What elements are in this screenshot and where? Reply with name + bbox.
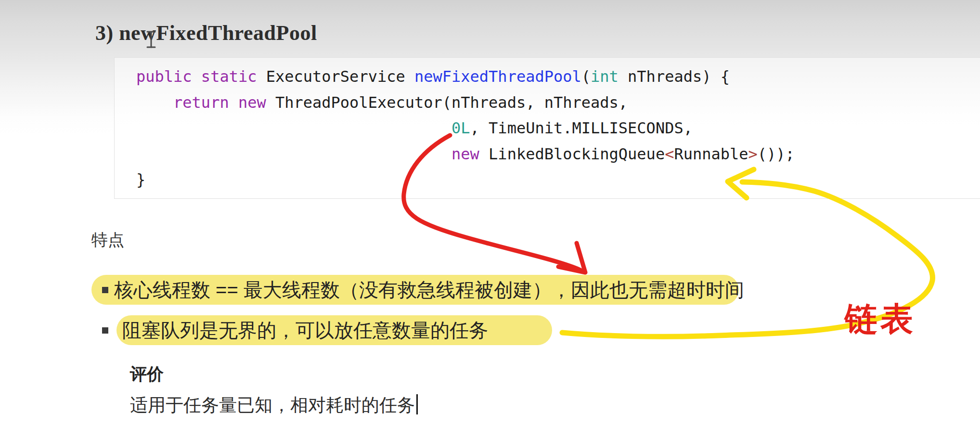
java-code: public static ExecutorService newFixedTh…	[115, 58, 980, 193]
code-segment-plain	[192, 67, 201, 86]
code-segment-number: 0L	[451, 119, 470, 137]
evaluation-title: 评价	[130, 363, 418, 386]
code-line: return new ThreadPoolExecutor(nThreads, …	[136, 90, 980, 116]
evaluation-body: 适用于任务量已知，相对耗时的任务	[130, 393, 418, 417]
bullet-marker	[102, 327, 108, 334]
code-segment-type: int	[591, 67, 619, 86]
code-segment-plain: , TimeUnit.MILLISECONDS,	[470, 119, 693, 137]
code-segment-keyword: public	[136, 67, 192, 86]
code-line: }	[136, 167, 980, 193]
bullet-text: 阻塞队列是无界的，可以放任意数量的任务	[122, 317, 488, 344]
code-segment-plain: Runnable	[674, 145, 748, 163]
code-segment-function: newFixedThreadPool	[414, 67, 581, 86]
bullet-marker	[102, 287, 108, 293]
code-segment-plain: ThreadPoolExecutor(nThreads, nThreads,	[266, 93, 628, 112]
bullet-text: 核心线程数 == 最大线程数（没有救急线程被创建），因此也无需超时时间	[114, 277, 744, 303]
code-segment-plain	[136, 145, 451, 163]
linked-list-annotation: 链表	[845, 297, 916, 341]
code-segment-plain: ExecutorService	[257, 67, 414, 86]
document-page: 3) newFixedThreadPool public static Exec…	[0, 0, 980, 439]
code-segment-bracket: <	[665, 145, 674, 163]
code-segment-plain: ());	[758, 145, 795, 163]
red-arrowhead-icon	[558, 243, 585, 272]
code-segment-plain: }	[136, 170, 145, 189]
code-segment-plain: LinkedBlockingQueue	[479, 145, 665, 163]
page-title[interactable]: 3) newFixedThreadPool	[95, 21, 317, 45]
highlighted-bullet-1[interactable]: 核心线程数 == 最大线程数（没有救急线程被创建），因此也无需超时时间	[91, 275, 739, 305]
code-segment-plain	[136, 93, 173, 112]
features-label[interactable]: 特点	[91, 229, 124, 251]
evaluation-text: 适用于任务量已知，相对耗时的任务	[130, 395, 415, 415]
code-segment-bracket: >	[748, 145, 758, 163]
highlighted-bullet-2[interactable]: 阻塞队列是无界的，可以放任意数量的任务	[116, 315, 552, 345]
code-segment-keyword: new	[238, 93, 266, 112]
code-line: new LinkedBlockingQueue<Runnable>());	[136, 142, 980, 168]
text-caret	[416, 394, 418, 414]
code-segment-plain	[229, 93, 238, 112]
code-segment-plain	[136, 119, 451, 137]
code-segment-keyword: new	[451, 145, 479, 163]
code-segment-keyword: return	[173, 93, 229, 112]
evaluation-block[interactable]: 评价 适用于任务量已知，相对耗时的任务	[130, 363, 418, 417]
code-segment-plain: nThreads) {	[619, 67, 730, 86]
code-line: 0L, TimeUnit.MILLISECONDS,	[136, 116, 980, 142]
code-line: public static ExecutorService newFixedTh…	[136, 64, 980, 90]
code-segment-keyword: static	[201, 67, 257, 86]
code-block[interactable]: public static ExecutorService newFixedTh…	[114, 57, 980, 199]
code-segment-plain: (	[581, 67, 591, 86]
